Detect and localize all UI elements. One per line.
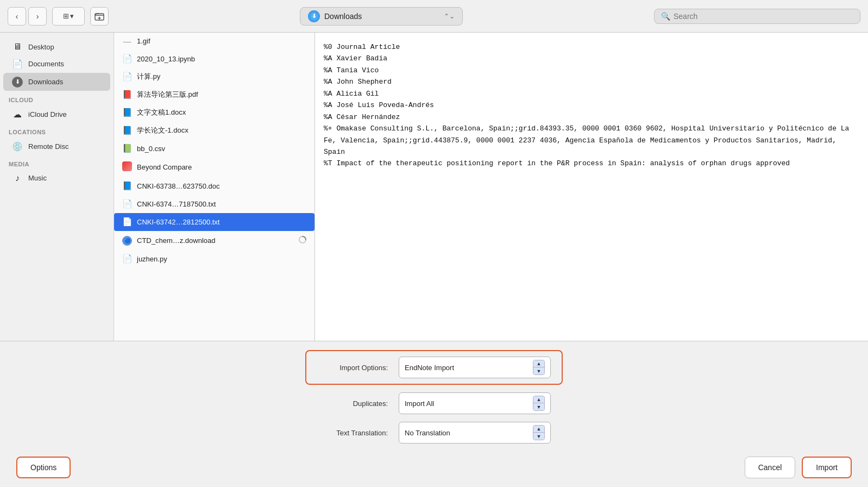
- file-name: bb_0.csv: [137, 145, 165, 153]
- desktop-icon: 🖥: [12, 42, 23, 52]
- file-name: 算法导论第三版.pdf: [137, 90, 198, 99]
- stepper-down-dup[interactable]: ▼: [533, 403, 544, 410]
- sidebar-section-icloud: iCloud: [0, 91, 114, 105]
- list-item[interactable]: 🔵 CTD_chem…z.download: [114, 231, 315, 250]
- stepper-up-tt[interactable]: ▲: [533, 426, 544, 433]
- list-item-selected[interactable]: 📄 CNKI-63742…2812500.txt: [114, 213, 315, 231]
- file-name: CNKI-63738…623750.doc: [137, 182, 220, 190]
- action-row: Options Cancel Import: [16, 451, 852, 478]
- sidebar-item-music[interactable]: ♪ Music: [3, 170, 110, 186]
- sidebar: 🖥 Desktop 📄 Documents ⬇ Downloads iCloud…: [0, 33, 114, 341]
- sidebar-section-media: Media: [0, 155, 114, 170]
- stepper-down[interactable]: ▼: [533, 367, 544, 374]
- preview-panel: %0 Journal Article %A Xavier Badia %A Ta…: [315, 33, 868, 341]
- list-item[interactable]: 📘 CNKI-63738…623750.doc: [114, 177, 315, 195]
- downloads-sidebar-icon: ⬇: [12, 76, 23, 88]
- sidebar-item-desktop[interactable]: 🖥 Desktop: [3, 39, 110, 55]
- import-options-highlighted: Import Options: EndNote Import ▲ ▼: [305, 350, 563, 385]
- right-buttons: Cancel Import: [745, 457, 852, 478]
- stepper-up-dup[interactable]: ▲: [533, 396, 544, 403]
- list-item[interactable]: 📘 文字文稿1.docx: [114, 104, 315, 122]
- file-name: 计算.py: [137, 72, 160, 82]
- file-name: 2020_10_13.ipynb: [137, 55, 195, 63]
- bottom-section: Import Options: EndNote Import ▲ ▼ Dupli…: [0, 341, 868, 487]
- download-spinner: [298, 235, 307, 246]
- list-item[interactable]: 📄 计算.py: [114, 68, 315, 86]
- file-name: Beyond Compare: [137, 163, 192, 171]
- list-item[interactable]: 📄 2020_10_13.ipynb: [114, 50, 315, 68]
- file-icon-txt1: 📄: [122, 199, 133, 209]
- file-icon-download: 🔵: [122, 235, 133, 246]
- list-item[interactable]: 📄 juzhen.py: [114, 250, 315, 268]
- file-icon-doc1: 📘: [122, 181, 133, 191]
- file-name: 文字文稿1.docx: [137, 108, 186, 117]
- import-options-select[interactable]: EndNote Import ▲ ▼: [399, 357, 551, 378]
- sidebar-section-locations: Locations: [0, 123, 114, 138]
- sidebar-item-documents[interactable]: 📄 Documents: [3, 55, 110, 72]
- file-icon-csv: 📗: [122, 143, 133, 153]
- stepper-down-tt[interactable]: ▼: [533, 433, 544, 440]
- file-icon-ipynb: 📄: [122, 54, 133, 64]
- file-icon-txt2: 📄: [122, 217, 133, 227]
- duplicates-stepper[interactable]: ▲ ▼: [533, 396, 545, 411]
- sidebar-label-documents: Documents: [28, 60, 64, 68]
- duplicates-row: Duplicates: Import All ▲ ▼: [16, 392, 852, 414]
- sidebar-label-downloads: Downloads: [28, 78, 63, 86]
- location-bar: ⬇ Downloads ⌃⌄: [114, 7, 649, 26]
- preview-content: %0 Journal Article %A Xavier Badia %A Ta…: [324, 41, 859, 170]
- list-item[interactable]: 📘 学长论文-1.docx: [114, 122, 315, 140]
- search-input[interactable]: [674, 12, 853, 21]
- sidebar-label-desktop: Desktop: [28, 43, 54, 51]
- location-selector[interactable]: ⬇ Downloads ⌃⌄: [300, 7, 463, 26]
- import-options-label: Import Options:: [317, 364, 388, 372]
- downloads-folder-icon: ⬇: [308, 10, 320, 22]
- icloud-drive-icon: ☁: [12, 109, 23, 120]
- back-button[interactable]: ‹: [8, 7, 26, 26]
- duplicates-select[interactable]: Import All ▲ ▼: [399, 392, 551, 414]
- file-icon-docx2: 📘: [122, 126, 133, 135]
- titlebar: ‹ › ⊞▾ ⬇ Downloads ⌃⌄ 🔍: [0, 0, 868, 33]
- file-list-panel: — 1.gif 📄 2020_10_13.ipynb 📄 计算.py 📕 算法导…: [114, 33, 315, 341]
- sidebar-label-music: Music: [28, 174, 47, 182]
- file-name: CNKI-63742…2812500.txt: [137, 218, 219, 226]
- duplicates-value: Import All: [405, 399, 533, 408]
- list-item[interactable]: 📄 CNKI-6374…7187500.txt: [114, 195, 315, 213]
- file-icon-pdf: 📕: [122, 90, 133, 99]
- sidebar-item-icloud-drive[interactable]: ☁ iCloud Drive: [3, 106, 110, 123]
- file-name: CTD_chem…z.download: [137, 236, 216, 245]
- file-name: 1.gif: [137, 37, 150, 45]
- duplicates-label: Duplicates:: [317, 399, 388, 408]
- options-button[interactable]: Options: [16, 457, 71, 478]
- file-name: juzhen.py: [137, 255, 167, 263]
- main-content: 🖥 Desktop 📄 Documents ⬇ Downloads iCloud…: [0, 33, 868, 341]
- sidebar-label-remote-disc: Remote Disc: [28, 142, 68, 151]
- import-button[interactable]: Import: [802, 457, 852, 478]
- new-folder-button[interactable]: [90, 7, 109, 26]
- location-name: Downloads: [324, 12, 362, 21]
- text-translation-value: No Translation: [405, 429, 533, 437]
- list-item[interactable]: 📗 bb_0.csv: [114, 140, 315, 158]
- file-icon-app: [122, 161, 133, 173]
- sidebar-item-downloads[interactable]: ⬇ Downloads: [3, 73, 110, 91]
- text-translation-stepper[interactable]: ▲ ▼: [533, 425, 545, 440]
- list-item[interactable]: — 1.gif: [114, 33, 315, 50]
- stepper-up[interactable]: ▲: [533, 360, 544, 367]
- import-options-stepper[interactable]: ▲ ▼: [533, 360, 545, 375]
- import-options-value: EndNote Import: [405, 364, 533, 372]
- file-name: CNKI-6374…7187500.txt: [137, 200, 216, 208]
- sidebar-label-icloud-drive: iCloud Drive: [28, 110, 67, 118]
- sidebar-item-remote-disc[interactable]: 💿 Remote Disc: [3, 138, 110, 155]
- search-bar[interactable]: 🔍: [654, 9, 860, 24]
- file-browser: — 1.gif 📄 2020_10_13.ipynb 📄 计算.py 📕 算法导…: [114, 33, 868, 341]
- text-translation-row: Text Translation: No Translation ▲ ▼: [16, 422, 852, 444]
- nav-buttons: ‹ ›: [8, 7, 47, 26]
- forward-button[interactable]: ›: [28, 7, 47, 26]
- file-icon-docx1: 📘: [122, 108, 133, 117]
- text-translation-select[interactable]: No Translation ▲ ▼: [399, 422, 551, 444]
- list-item[interactable]: 📕 算法导论第三版.pdf: [114, 86, 315, 104]
- cancel-button[interactable]: Cancel: [745, 457, 796, 478]
- file-icon-py2: 📄: [122, 254, 133, 264]
- music-icon: ♪: [12, 173, 23, 183]
- view-mode-button[interactable]: ⊞▾: [52, 7, 85, 26]
- list-item[interactable]: Beyond Compare: [114, 158, 315, 177]
